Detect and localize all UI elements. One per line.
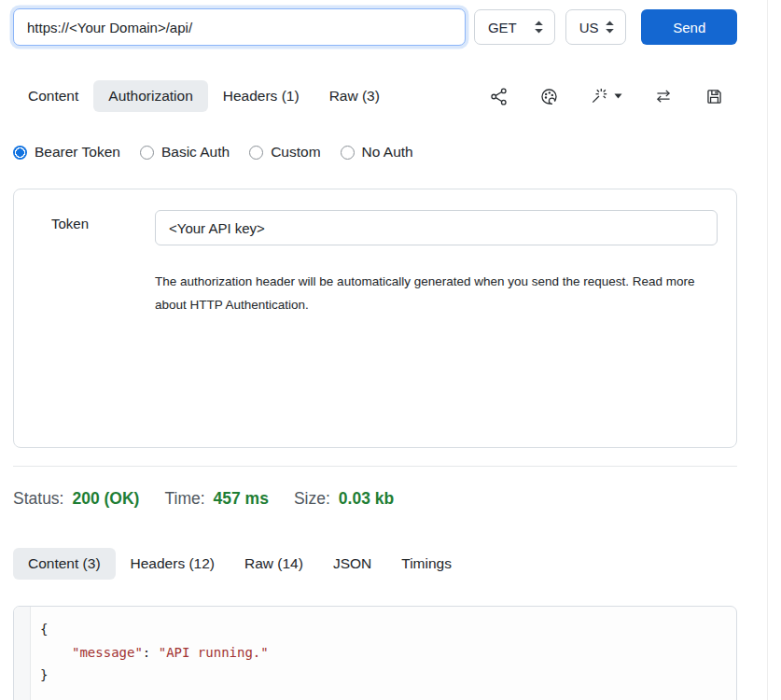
code-gutter xyxy=(14,607,31,700)
time-value: 457 ms xyxy=(214,489,269,509)
radio-bearer-token[interactable]: Bearer Token xyxy=(13,144,120,161)
magic-wand-icon[interactable] xyxy=(590,87,622,106)
send-button[interactable]: Send xyxy=(641,9,737,45)
radio-label: Bearer Token xyxy=(35,144,120,161)
json-value: "API running." xyxy=(159,645,269,660)
radio-no-auth[interactable]: No Auth xyxy=(341,144,413,161)
method-select[interactable]: GET xyxy=(474,9,555,45)
response-status-row: Status: 200 (OK) Time: 457 ms Size: 0.03… xyxy=(13,489,737,509)
updown-arrows-icon xyxy=(533,20,545,35)
radio-label: Custom xyxy=(271,144,320,161)
token-help-line2: about HTTP Authentication. xyxy=(155,293,695,316)
response-tabs: Content (3) Headers (12) Raw (14) JSON T… xyxy=(13,546,737,581)
tab-authorization[interactable]: Authorization xyxy=(93,80,207,112)
response-tab-timings[interactable]: Timings xyxy=(386,548,467,580)
code-line: } xyxy=(40,664,269,687)
save-icon[interactable] xyxy=(704,87,724,106)
response-tab-headers[interactable]: Headers (12) xyxy=(116,548,230,580)
section-divider xyxy=(13,466,737,467)
method-select-value: GET xyxy=(488,20,517,35)
swap-horizontal-icon[interactable] xyxy=(653,87,674,106)
content-right-boundary xyxy=(767,0,768,700)
request-bar: GET US Send xyxy=(13,8,737,46)
time-label: Time: xyxy=(164,489,204,509)
radio-basic-auth[interactable]: Basic Auth xyxy=(140,144,230,161)
response-tab-raw[interactable]: Raw (14) xyxy=(230,548,318,580)
radio-circle xyxy=(341,146,355,160)
region-select-value: US xyxy=(579,20,599,35)
token-help-text: The authorization header will be automat… xyxy=(155,270,695,316)
caret-down-icon xyxy=(614,93,622,99)
token-help-line1: The authorization header will be automat… xyxy=(155,270,695,293)
json-key: "message" xyxy=(72,645,143,660)
request-tabs: Content Authorization Headers (1) Raw (3… xyxy=(13,80,395,112)
tab-content[interactable]: Content xyxy=(13,80,93,112)
json-separator: : xyxy=(143,645,159,660)
request-tabs-row: Content Authorization Headers (1) Raw (3… xyxy=(13,78,737,114)
response-tab-content[interactable]: Content (3) xyxy=(13,548,116,580)
tab-headers[interactable]: Headers (1) xyxy=(208,80,314,112)
radio-custom[interactable]: Custom xyxy=(249,144,320,161)
palette-icon[interactable] xyxy=(539,87,559,106)
radio-label: No Auth xyxy=(362,144,413,161)
code-line: { xyxy=(40,618,269,641)
auth-type-options: Bearer Token Basic Auth Custom No Auth xyxy=(13,143,737,161)
share-icon[interactable] xyxy=(489,87,509,106)
url-input[interactable] xyxy=(13,8,466,46)
response-json: { "message": "API running." } xyxy=(31,607,269,700)
radio-circle xyxy=(140,146,154,160)
radio-circle xyxy=(13,146,27,160)
updown-arrows-icon xyxy=(604,20,616,35)
response-tab-json[interactable]: JSON xyxy=(318,548,386,580)
token-input[interactable] xyxy=(155,210,718,245)
status-label: Status: xyxy=(13,489,63,509)
region-select[interactable]: US xyxy=(565,9,627,45)
response-body-editor[interactable]: { "message": "API running." } xyxy=(13,606,737,700)
token-panel: Token The authorization header will be a… xyxy=(13,189,737,448)
radio-label: Basic Auth xyxy=(161,144,230,161)
toolbar-icons xyxy=(489,87,737,106)
token-field-label: Token xyxy=(51,216,89,231)
api-client-page: GET US Send Content Authorization Header… xyxy=(13,8,737,700)
size-label: Size: xyxy=(294,489,330,509)
tab-raw[interactable]: Raw (3) xyxy=(314,80,395,112)
radio-circle xyxy=(249,146,263,160)
code-line: "message": "API running." xyxy=(40,641,269,665)
size-value: 0.03 kb xyxy=(339,489,394,509)
status-value: 200 (OK) xyxy=(72,489,139,509)
